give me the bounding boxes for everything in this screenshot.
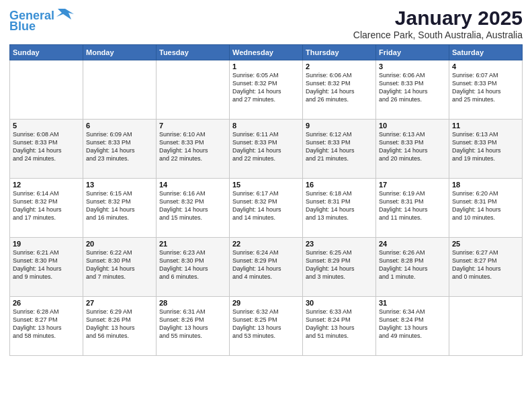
day-info: Sunrise: 6:28 AM Sunset: 8:27 PM Dayligh… bbox=[13, 308, 80, 340]
day-number: 30 bbox=[306, 299, 373, 307]
day-number: 25 bbox=[452, 240, 519, 248]
week-row-5: 26Sunrise: 6:28 AM Sunset: 8:27 PM Dayli… bbox=[10, 297, 523, 356]
day-info: Sunrise: 6:33 AM Sunset: 8:24 PM Dayligh… bbox=[306, 308, 373, 340]
month-title: January 2025 bbox=[353, 7, 523, 30]
day-cell: 9Sunrise: 6:12 AM Sunset: 8:33 PM Daylig… bbox=[303, 120, 376, 179]
day-cell: 18Sunrise: 6:20 AM Sunset: 8:31 PM Dayli… bbox=[449, 179, 523, 238]
day-cell: 14Sunrise: 6:16 AM Sunset: 8:32 PM Dayli… bbox=[157, 179, 230, 238]
day-cell: 11Sunrise: 6:13 AM Sunset: 8:33 PM Dayli… bbox=[449, 120, 523, 179]
day-cell bbox=[449, 297, 523, 356]
week-row-2: 5Sunrise: 6:08 AM Sunset: 8:33 PM Daylig… bbox=[10, 120, 523, 179]
day-info: Sunrise: 6:24 AM Sunset: 8:29 PM Dayligh… bbox=[232, 248, 300, 281]
day-cell bbox=[157, 60, 230, 120]
day-info: Sunrise: 6:27 AM Sunset: 8:27 PM Dayligh… bbox=[452, 248, 519, 281]
day-cell: 23Sunrise: 6:25 AM Sunset: 8:29 PM Dayli… bbox=[303, 238, 376, 297]
day-number: 5 bbox=[13, 122, 80, 130]
week-row-4: 19Sunrise: 6:21 AM Sunset: 8:30 PM Dayli… bbox=[10, 238, 523, 297]
weekday-header-tuesday: Tuesday bbox=[157, 45, 230, 60]
day-number: 1 bbox=[232, 62, 300, 71]
day-info: Sunrise: 6:13 AM Sunset: 8:33 PM Dayligh… bbox=[379, 130, 446, 163]
day-info: Sunrise: 6:34 AM Sunset: 8:24 PM Dayligh… bbox=[379, 308, 446, 340]
day-cell: 27Sunrise: 6:29 AM Sunset: 8:26 PM Dayli… bbox=[83, 297, 157, 356]
day-cell: 31Sunrise: 6:34 AM Sunset: 8:24 PM Dayli… bbox=[376, 297, 449, 356]
day-number: 9 bbox=[306, 122, 373, 130]
day-info: Sunrise: 6:11 AM Sunset: 8:33 PM Dayligh… bbox=[232, 130, 300, 163]
day-number: 21 bbox=[159, 240, 226, 248]
location-subtitle: Clarence Park, South Australia, Australi… bbox=[353, 30, 523, 40]
day-cell: 25Sunrise: 6:27 AM Sunset: 8:27 PM Dayli… bbox=[449, 238, 523, 297]
day-number: 13 bbox=[86, 181, 153, 189]
day-cell: 6Sunrise: 6:09 AM Sunset: 8:33 PM Daylig… bbox=[83, 120, 157, 179]
svg-marker-0 bbox=[56, 9, 74, 19]
day-number: 12 bbox=[13, 181, 80, 189]
day-cell: 17Sunrise: 6:19 AM Sunset: 8:31 PM Dayli… bbox=[376, 179, 449, 238]
day-number: 26 bbox=[13, 299, 80, 307]
day-info: Sunrise: 6:21 AM Sunset: 8:30 PM Dayligh… bbox=[13, 248, 80, 281]
day-cell: 29Sunrise: 6:32 AM Sunset: 8:25 PM Dayli… bbox=[230, 297, 303, 356]
day-number: 29 bbox=[232, 299, 300, 307]
day-number: 11 bbox=[452, 122, 519, 130]
day-cell: 4Sunrise: 6:07 AM Sunset: 8:33 PM Daylig… bbox=[449, 60, 523, 120]
day-cell: 24Sunrise: 6:26 AM Sunset: 8:28 PM Dayli… bbox=[376, 238, 449, 297]
week-row-1: 1Sunrise: 6:05 AM Sunset: 8:32 PM Daylig… bbox=[10, 60, 523, 120]
day-number: 24 bbox=[379, 240, 446, 248]
day-cell: 28Sunrise: 6:31 AM Sunset: 8:26 PM Dayli… bbox=[157, 297, 230, 356]
day-info: Sunrise: 6:15 AM Sunset: 8:32 PM Dayligh… bbox=[86, 189, 153, 222]
day-number: 22 bbox=[232, 240, 300, 248]
weekday-header-friday: Friday bbox=[376, 45, 449, 60]
day-cell: 12Sunrise: 6:14 AM Sunset: 8:32 PM Dayli… bbox=[10, 179, 83, 238]
day-cell bbox=[10, 60, 83, 120]
day-info: Sunrise: 6:31 AM Sunset: 8:26 PM Dayligh… bbox=[159, 308, 226, 340]
day-number: 8 bbox=[232, 122, 300, 130]
day-cell bbox=[83, 60, 157, 120]
day-cell: 10Sunrise: 6:13 AM Sunset: 8:33 PM Dayli… bbox=[376, 120, 449, 179]
day-cell: 22Sunrise: 6:24 AM Sunset: 8:29 PM Dayli… bbox=[230, 238, 303, 297]
day-cell: 2Sunrise: 6:06 AM Sunset: 8:32 PM Daylig… bbox=[303, 60, 376, 120]
header: General Blue January 2025 Clarence Park,… bbox=[9, 7, 523, 40]
day-cell: 1Sunrise: 6:05 AM Sunset: 8:32 PM Daylig… bbox=[230, 60, 303, 120]
day-cell: 21Sunrise: 6:23 AM Sunset: 8:30 PM Dayli… bbox=[157, 238, 230, 297]
page: General Blue January 2025 Clarence Park,… bbox=[0, 0, 532, 411]
day-cell: 30Sunrise: 6:33 AM Sunset: 8:24 PM Dayli… bbox=[303, 297, 376, 356]
day-number: 17 bbox=[379, 181, 446, 189]
day-cell: 5Sunrise: 6:08 AM Sunset: 8:33 PM Daylig… bbox=[10, 120, 83, 179]
weekday-header-thursday: Thursday bbox=[303, 45, 376, 60]
day-info: Sunrise: 6:20 AM Sunset: 8:31 PM Dayligh… bbox=[452, 189, 519, 222]
week-row-3: 12Sunrise: 6:14 AM Sunset: 8:32 PM Dayli… bbox=[10, 179, 523, 238]
day-cell: 20Sunrise: 6:22 AM Sunset: 8:30 PM Dayli… bbox=[83, 238, 157, 297]
logo-blue: Blue bbox=[9, 20, 36, 34]
day-cell: 3Sunrise: 6:06 AM Sunset: 8:33 PM Daylig… bbox=[376, 60, 449, 120]
day-number: 20 bbox=[86, 240, 153, 248]
day-info: Sunrise: 6:29 AM Sunset: 8:26 PM Dayligh… bbox=[86, 308, 153, 340]
day-info: Sunrise: 6:08 AM Sunset: 8:33 PM Dayligh… bbox=[13, 130, 80, 163]
day-cell: 15Sunrise: 6:17 AM Sunset: 8:32 PM Dayli… bbox=[230, 179, 303, 238]
weekday-header-row: SundayMondayTuesdayWednesdayThursdayFrid… bbox=[10, 45, 523, 60]
day-info: Sunrise: 6:18 AM Sunset: 8:31 PM Dayligh… bbox=[306, 189, 373, 222]
day-number: 28 bbox=[159, 299, 226, 307]
day-cell: 26Sunrise: 6:28 AM Sunset: 8:27 PM Dayli… bbox=[10, 297, 83, 356]
weekday-header-sunday: Sunday bbox=[10, 45, 83, 60]
day-info: Sunrise: 6:19 AM Sunset: 8:31 PM Dayligh… bbox=[379, 189, 446, 222]
day-info: Sunrise: 6:22 AM Sunset: 8:30 PM Dayligh… bbox=[86, 248, 153, 281]
day-cell: 19Sunrise: 6:21 AM Sunset: 8:30 PM Dayli… bbox=[10, 238, 83, 297]
day-number: 23 bbox=[306, 240, 373, 248]
day-info: Sunrise: 6:17 AM Sunset: 8:32 PM Dayligh… bbox=[232, 189, 300, 222]
day-info: Sunrise: 6:16 AM Sunset: 8:32 PM Dayligh… bbox=[159, 189, 226, 222]
day-info: Sunrise: 6:06 AM Sunset: 8:32 PM Dayligh… bbox=[306, 71, 373, 104]
day-cell: 8Sunrise: 6:11 AM Sunset: 8:33 PM Daylig… bbox=[230, 120, 303, 179]
weekday-header-wednesday: Wednesday bbox=[230, 45, 303, 60]
day-number: 6 bbox=[86, 122, 153, 130]
day-info: Sunrise: 6:13 AM Sunset: 8:33 PM Dayligh… bbox=[452, 130, 519, 163]
day-info: Sunrise: 6:32 AM Sunset: 8:25 PM Dayligh… bbox=[232, 308, 300, 340]
day-number: 15 bbox=[232, 181, 300, 189]
day-info: Sunrise: 6:25 AM Sunset: 8:29 PM Dayligh… bbox=[306, 248, 373, 281]
day-info: Sunrise: 6:09 AM Sunset: 8:33 PM Dayligh… bbox=[86, 130, 153, 163]
day-number: 2 bbox=[306, 62, 373, 71]
day-info: Sunrise: 6:05 AM Sunset: 8:32 PM Dayligh… bbox=[232, 71, 300, 104]
day-info: Sunrise: 6:10 AM Sunset: 8:33 PM Dayligh… bbox=[159, 130, 226, 163]
day-info: Sunrise: 6:12 AM Sunset: 8:33 PM Dayligh… bbox=[306, 130, 373, 163]
day-cell: 16Sunrise: 6:18 AM Sunset: 8:31 PM Dayli… bbox=[303, 179, 376, 238]
day-number: 27 bbox=[86, 299, 153, 307]
day-number: 14 bbox=[159, 181, 226, 189]
day-number: 4 bbox=[452, 62, 519, 71]
